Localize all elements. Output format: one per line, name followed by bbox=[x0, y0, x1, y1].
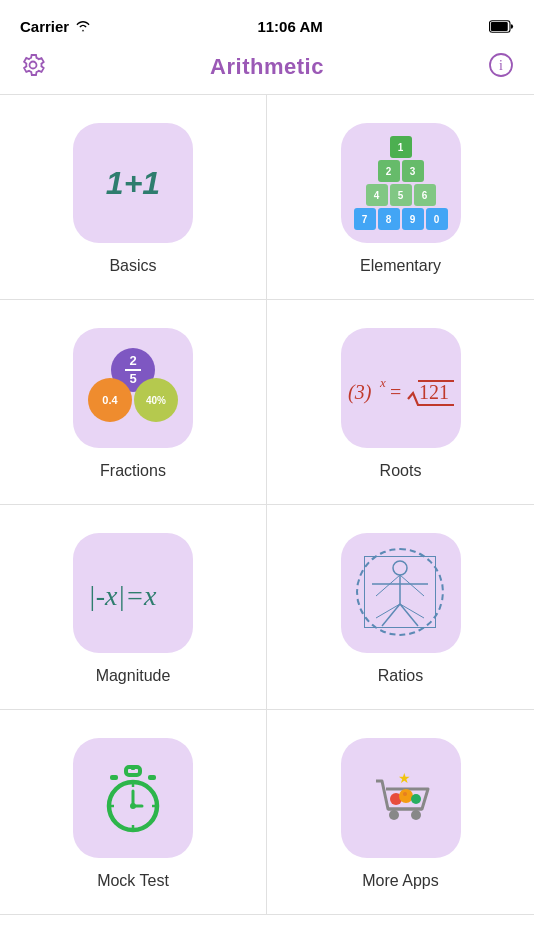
roots-cell[interactable]: (3) x = 121 Roots bbox=[267, 300, 534, 505]
svg-line-17 bbox=[376, 604, 400, 618]
fractions-icon: 2 5 0.4 40% bbox=[88, 348, 178, 428]
more-apps-cell[interactable]: ★ More Apps bbox=[267, 710, 534, 915]
basics-icon-box: 1+1 bbox=[73, 123, 193, 243]
mock-test-icon-box bbox=[73, 738, 193, 858]
svg-line-16 bbox=[400, 604, 418, 626]
svg-point-32 bbox=[389, 810, 399, 820]
status-bar: Carrier 11:06 AM bbox=[0, 0, 534, 44]
basics-label: Basics bbox=[109, 257, 156, 275]
pyramid-icon: 1 2 3 4 5 6 7 8 9 0 bbox=[354, 136, 448, 230]
app-header: Arithmetic i bbox=[0, 44, 534, 94]
svg-line-13 bbox=[376, 575, 400, 596]
svg-rect-1 bbox=[491, 22, 508, 31]
stopwatch-icon bbox=[98, 763, 168, 833]
ratios-cell[interactable]: Ratios bbox=[267, 505, 534, 710]
status-time: 11:06 AM bbox=[257, 18, 322, 35]
svg-rect-22 bbox=[148, 775, 156, 780]
elementary-icon-box: 1 2 3 4 5 6 7 8 9 0 bbox=[341, 123, 461, 243]
roots-icon-box: (3) x = 121 bbox=[341, 328, 461, 448]
svg-line-18 bbox=[400, 604, 424, 618]
ratios-icon bbox=[356, 548, 446, 638]
elementary-label: Elementary bbox=[360, 257, 441, 275]
info-button[interactable]: i bbox=[488, 52, 514, 82]
menu-grid: 1+1 Basics 1 2 3 4 5 6 7 8 bbox=[0, 94, 534, 915]
svg-line-14 bbox=[400, 575, 424, 596]
ratios-icon-box bbox=[341, 533, 461, 653]
svg-text:(3): (3) bbox=[348, 381, 372, 404]
svg-text:121: 121 bbox=[419, 381, 449, 403]
wifi-icon bbox=[75, 18, 91, 35]
svg-point-37 bbox=[403, 792, 407, 796]
mock-test-label: Mock Test bbox=[97, 872, 169, 890]
svg-point-26 bbox=[130, 803, 136, 809]
elementary-cell[interactable]: 1 2 3 4 5 6 7 8 9 0 Elementary bbox=[267, 95, 534, 300]
roots-label: Roots bbox=[380, 462, 422, 480]
shopping-cart-icon: ★ bbox=[366, 763, 436, 833]
svg-rect-20 bbox=[131, 765, 135, 770]
magnitude-icon-box: |-x|=x bbox=[73, 533, 193, 653]
magnitude-label: Magnitude bbox=[96, 667, 171, 685]
settings-button[interactable] bbox=[20, 52, 46, 82]
mock-test-cell[interactable]: Mock Test bbox=[0, 710, 267, 915]
fractions-cell[interactable]: 2 5 0.4 40% Fractions bbox=[0, 300, 267, 505]
svg-text:x: x bbox=[379, 375, 386, 390]
magnitude-icon: |-x|=x bbox=[83, 569, 183, 618]
ratios-label: Ratios bbox=[378, 667, 423, 685]
svg-point-33 bbox=[411, 810, 421, 820]
svg-rect-21 bbox=[110, 775, 118, 780]
carrier-label: Carrier bbox=[20, 18, 91, 35]
fractions-label: Fractions bbox=[100, 462, 166, 480]
svg-text:i: i bbox=[499, 58, 503, 73]
more-apps-icon-box: ★ bbox=[341, 738, 461, 858]
svg-point-35 bbox=[399, 789, 413, 803]
more-apps-label: More Apps bbox=[362, 872, 438, 890]
svg-text:★: ★ bbox=[397, 770, 410, 786]
fractions-icon-box: 2 5 0.4 40% bbox=[73, 328, 193, 448]
battery-icon bbox=[489, 20, 514, 33]
app-title: Arithmetic bbox=[210, 54, 324, 80]
basics-cell[interactable]: 1+1 Basics bbox=[0, 95, 267, 300]
svg-text:|-x|=x: |-x|=x bbox=[88, 580, 157, 611]
svg-point-36 bbox=[411, 794, 421, 804]
basics-icon: 1+1 bbox=[106, 165, 160, 202]
svg-point-10 bbox=[393, 561, 407, 575]
magnitude-cell[interactable]: |-x|=x Magnitude bbox=[0, 505, 267, 710]
svg-line-15 bbox=[382, 604, 400, 626]
roots-icon: (3) x = 121 bbox=[346, 363, 456, 413]
svg-text:=: = bbox=[390, 381, 401, 403]
